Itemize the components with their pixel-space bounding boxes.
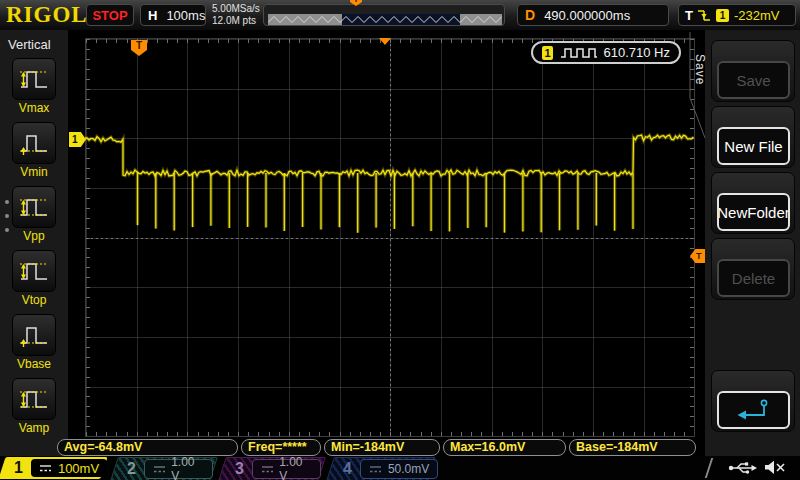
menu-item-vtop[interactable]: Vtop: [0, 250, 68, 307]
channel3-tab[interactable]: 3 1.00 V: [218, 457, 326, 480]
channel2-tab[interactable]: 2 1.00 V: [110, 457, 218, 480]
delay-position-marker: [379, 38, 391, 51]
vmin-label: Vmin: [0, 165, 68, 179]
memory-waveform-zigzag: [268, 14, 502, 25]
menu-item-vbase[interactable]: Vbase: [0, 314, 68, 371]
horizontal-timebase-box[interactable]: H 100ms: [140, 4, 206, 26]
vtop-icon: [18, 256, 50, 286]
back-button[interactable]: [717, 391, 790, 429]
delay-value: 490.000000ms: [544, 8, 630, 23]
channel-status-bar: 1 100mV 2 1.00 V 3 1.00 V 4 50.0mV: [0, 456, 800, 480]
channel2-number: 2: [127, 460, 136, 478]
measurement-max: Max=16.0mV: [443, 439, 566, 456]
trigger-label: T: [685, 8, 693, 23]
sample-rate: 5.00MSa/s: [212, 3, 260, 15]
channel1-tab[interactable]: 1 100mV: [0, 457, 108, 479]
softkey-slot-save: Save: [711, 40, 795, 102]
vpp-label: Vpp: [0, 229, 68, 243]
frequency-counter: 1 610.710 Hz: [531, 41, 681, 64]
channel2-scale: 1.00 V: [171, 455, 204, 480]
run-state-button[interactable]: STOP: [86, 4, 134, 26]
vamp-label: Vamp: [0, 421, 68, 435]
acquisition-info: 5.00MSa/s 12.0M pts: [212, 3, 260, 27]
coupling-icon: [261, 464, 273, 474]
memory-strip: [268, 14, 502, 25]
overview-trigger-marker: T: [350, 0, 362, 6]
delay-label: D: [525, 7, 535, 23]
top-status-bar: RIGOL STOP H 100ms 5.00MSa/s 12.0M pts T…: [0, 0, 800, 30]
left-measure-menu: Vertical Vmax Vmin Vpp Vtop Vbase Vamp: [0, 30, 68, 456]
menu-item-vpp[interactable]: Vpp: [0, 186, 68, 243]
vmin-icon: [18, 128, 50, 158]
menu-page-dot: [5, 214, 9, 218]
falling-edge-icon: [697, 9, 711, 22]
horizontal-label: H: [148, 8, 157, 23]
frequency-counter-channel-badge: 1: [542, 46, 553, 60]
channel1-scale: 100mV: [58, 461, 99, 476]
channel1-number: 1: [14, 459, 23, 477]
vamp-icon: [18, 384, 50, 414]
measurement-min: Min=-184mV: [324, 439, 440, 456]
speaker-muted-icon: [764, 460, 786, 475]
channel4-tab[interactable]: 4 50.0mV: [326, 457, 436, 480]
return-arrow-icon: [736, 398, 772, 422]
vbase-label: Vbase: [0, 357, 68, 371]
channel4-number: 4: [343, 460, 352, 478]
softkey-slot-new-file: New File: [711, 106, 795, 168]
oscilloscope-screen: RIGOL STOP H 100ms 5.00MSa/s 12.0M pts T…: [0, 0, 800, 480]
softkey-slot-delete: Delete: [711, 238, 795, 300]
save-softkey-menu: Save New File NewFolder Delete: [705, 30, 800, 456]
trigger-source-badge: 1: [716, 9, 729, 22]
channel1-waveform-trace: [85, 38, 695, 437]
vbase-icon: [18, 320, 50, 350]
square-wave-icon: [560, 46, 596, 59]
vtop-label: Vtop: [0, 293, 68, 307]
measurement-freq: Freq=*****: [241, 439, 321, 456]
vmax-label: Vmax: [0, 101, 68, 115]
menu-item-vamp[interactable]: Vamp: [0, 378, 68, 435]
left-menu-title: Vertical: [0, 30, 68, 52]
timebase-value: 100ms: [166, 8, 205, 23]
softkey-slot-back: [711, 370, 795, 432]
channel3-number: 3: [235, 460, 244, 478]
delay-box[interactable]: D 490.000000ms: [517, 4, 669, 26]
menu-tab-outline: [684, 30, 706, 142]
menu-item-vmax[interactable]: Vmax: [0, 58, 68, 115]
usb-icon: [728, 460, 758, 475]
trigger-level-value: -232mV: [734, 8, 780, 23]
brand-logo: RIGOL: [6, 2, 88, 28]
new-file-button[interactable]: New File: [717, 127, 790, 165]
new-folder-button[interactable]: NewFolder: [717, 193, 790, 231]
menu-page-dot: [5, 228, 9, 232]
menu-item-vmin[interactable]: Vmin: [0, 122, 68, 179]
coupling-icon: [39, 463, 52, 473]
channel3-scale: 1.00 V: [279, 455, 312, 480]
menu-page-dot: [5, 200, 9, 204]
channel1-zero-marker[interactable]: 1: [69, 132, 86, 147]
timebase-overview-bar[interactable]: T: [263, 4, 505, 26]
vpp-icon: [18, 192, 50, 222]
delete-button[interactable]: Delete: [717, 259, 790, 297]
memory-depth: 12.0M pts: [212, 15, 260, 27]
channel4-scale: 50.0mV: [388, 462, 429, 476]
measurement-avg: Avg=-64.8mV: [57, 439, 238, 456]
measurement-base: Base=-184mV: [569, 439, 696, 456]
save-button[interactable]: Save: [717, 61, 790, 99]
frequency-counter-value: 610.710 Hz: [604, 45, 671, 60]
coupling-icon: [369, 464, 382, 474]
statusbar-divider: [705, 458, 713, 478]
softkey-slot-new-folder: NewFolder: [711, 172, 795, 234]
coupling-icon: [153, 464, 165, 474]
trigger-box[interactable]: T 1 -232mV: [678, 4, 796, 26]
vmax-icon: [18, 64, 50, 94]
